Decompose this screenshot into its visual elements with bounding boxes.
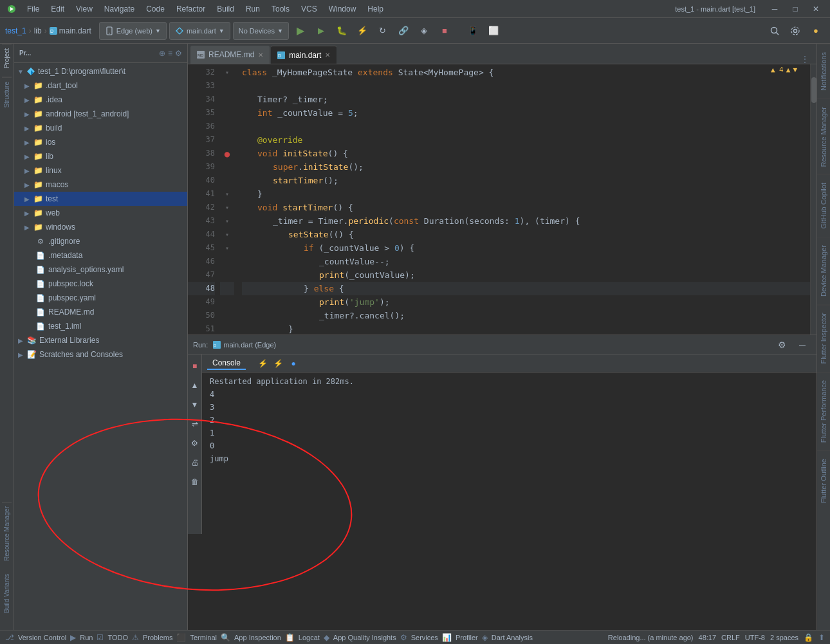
tree-dart-tool[interactable]: ▶ 📁 .dart_tool (14, 78, 187, 93)
tree-idea[interactable]: ▶ 📁 .idea (14, 93, 187, 107)
dart-config-btn[interactable]: main.dart ▼ (169, 22, 230, 40)
terminal-btn[interactable]: Terminal (190, 634, 217, 641)
reload-btn[interactable]: ↻ (374, 22, 392, 40)
console-icon3[interactable]: ● (287, 357, 300, 370)
editor-scrollbar[interactable] (810, 64, 816, 335)
tab-readme[interactable]: MD README.md ✕ (190, 46, 270, 64)
device-btn2[interactable]: ⬜ (484, 22, 503, 40)
print-btn[interactable]: 🖨 (188, 454, 204, 472)
coverage-btn[interactable]: ▶ (312, 22, 330, 40)
locate-icon[interactable]: ⊕ (159, 49, 165, 58)
tree-build[interactable]: ▶ 📁 build (14, 121, 187, 135)
scroll-down-btn[interactable]: ▼ (188, 396, 204, 414)
right-tab-device-manager[interactable]: Device Manager (817, 237, 830, 304)
menu-build[interactable]: Build (212, 3, 239, 15)
options-icon[interactable]: ⚙ (175, 49, 182, 58)
menu-navigate[interactable]: Navigate (99, 3, 140, 15)
run-button[interactable]: ▶ (291, 22, 309, 40)
settings-btn[interactable] (786, 22, 804, 40)
dart-analysis-btn[interactable]: Dart Analysis (492, 634, 533, 641)
tree-pubspec-yaml[interactable]: 📄 pubspec.yaml (14, 291, 187, 305)
hot-reload-icon[interactable]: ⚡ (256, 357, 269, 370)
todo-btn[interactable]: TODO (107, 634, 128, 641)
services-btn[interactable]: Services (411, 634, 438, 641)
profile-btn[interactable]: ⚡ (353, 22, 371, 40)
menu-run[interactable]: Run (241, 3, 265, 15)
right-tab-github-copilot[interactable]: GitHub Copilot (817, 174, 830, 237)
right-tab-flutter-inspector[interactable]: Flutter Inspector (817, 304, 830, 371)
fold-arrow-32[interactable]: ▾ (225, 69, 229, 76)
app-quality-btn[interactable]: App Quality Insights (333, 634, 396, 641)
tree-root[interactable]: ▼ test_1 D:\program\flutter\t (14, 64, 187, 78)
menu-vcs[interactable]: VCS (296, 3, 322, 15)
right-tab-flutter-outline[interactable]: Flutter Outline (817, 450, 830, 511)
profiler-btn[interactable]: Profiler (456, 634, 478, 641)
menu-edit[interactable]: Edit (46, 3, 69, 15)
editor-scroll-thumb[interactable] (811, 77, 816, 103)
console-tab[interactable]: Console (207, 357, 246, 370)
menu-tools[interactable]: Tools (266, 3, 295, 15)
right-tab-resource-manager[interactable]: Resource Manager (817, 98, 830, 175)
fold-arrow-43[interactable]: ▾ (225, 217, 229, 225)
breadcrumb-project[interactable]: test_1 (5, 26, 26, 35)
fold-arrow-42[interactable]: ▾ (225, 204, 229, 211)
menu-help[interactable]: Help (362, 3, 389, 15)
resource-manager-tab[interactable]: Resource Manager (2, 502, 12, 565)
project-tab[interactable]: Project (2, 44, 12, 72)
problems-btn[interactable]: Problems (143, 634, 172, 641)
tree-metadata[interactable]: 📄 .metadata (14, 248, 187, 262)
settings2-btn[interactable]: ⚙ (188, 434, 204, 452)
minimize-btn[interactable]: ─ (766, 0, 784, 18)
close-btn[interactable]: ✕ (807, 0, 825, 18)
menu-view[interactable]: View (71, 3, 98, 15)
fold-arrow-44[interactable]: ▾ (225, 231, 229, 238)
tree-pubspec-lock[interactable]: 📄 pubspec.lock (14, 277, 187, 291)
tree-web[interactable]: ▶ 📁 web (14, 206, 187, 220)
indent-setting[interactable]: 2 spaces (770, 634, 798, 641)
build-variants-tab[interactable]: Build Variants (2, 570, 12, 617)
right-tab-flutter-performance[interactable]: Flutter Performance (817, 372, 830, 450)
fold-arrow-41[interactable]: ▾ (225, 190, 229, 198)
trash-btn[interactable]: 🗑 (188, 473, 204, 491)
tree-ios[interactable]: ▶ 📁 ios (14, 135, 187, 149)
scroll-up-btn[interactable]: ▲ (188, 376, 204, 394)
tree-test[interactable]: ▶ 📁 test (14, 192, 187, 206)
breakpoint-38[interactable]: ● (225, 149, 230, 159)
structure-tab[interactable]: Structure (2, 77, 12, 112)
cursor-position[interactable]: 48:17 (699, 634, 717, 641)
app-inspection-btn[interactable]: App Inspection (234, 634, 281, 641)
search-everywhere-btn[interactable] (766, 22, 784, 40)
tree-windows[interactable]: ▶ 📁 windows (14, 220, 187, 234)
line-ending[interactable]: CRLF (721, 634, 740, 641)
run-status-btn[interactable]: Run (80, 634, 93, 641)
breadcrumb-lib[interactable]: lib (34, 26, 42, 35)
code-content[interactable]: class _MyHomePageState extends State<MyH… (234, 64, 810, 335)
tree-gitignore[interactable]: ⚙ .gitignore (14, 234, 187, 248)
tabs-more-btn[interactable]: ⋮ (796, 55, 814, 64)
tree-external-libs[interactable]: ▶ 📚 External Libraries (14, 333, 187, 347)
chevron-down-editor-icon[interactable]: ▼ (793, 66, 797, 74)
version-control-btn[interactable]: Version Control (18, 634, 66, 641)
tab-main-dart[interactable]: D main.dart ✕ (271, 46, 337, 64)
fold-arrow-45[interactable]: ▾ (225, 244, 229, 252)
tree-android[interactable]: ▶ 📁 android [test_1_android] (14, 107, 187, 121)
right-tab-notifications[interactable]: Notifications (817, 44, 830, 98)
flutter-icon-btn[interactable]: ◈ (415, 22, 433, 40)
run-settings-icon[interactable]: ⚙ (773, 336, 791, 354)
soft-wrap-btn[interactable]: ⇌ (188, 415, 204, 433)
attach-btn[interactable]: 🔗 (394, 22, 412, 40)
tree-linux[interactable]: ▶ 📁 linux (14, 163, 187, 178)
device-mirror-btn[interactable]: 📱 (464, 22, 482, 40)
collapse-icon[interactable]: ≡ (168, 49, 172, 58)
tree-iml[interactable]: 📄 test_1.iml (14, 319, 187, 333)
plugins-btn[interactable]: ● (807, 22, 825, 40)
run-stop-btn[interactable]: ■ (188, 357, 204, 375)
tree-scratches[interactable]: ▶ 📝 Scratches and Consoles (14, 347, 187, 362)
tree-analysis[interactable]: 📄 analysis_options.yaml (14, 262, 187, 277)
tree-lib[interactable]: ▶ 📁 lib (14, 149, 187, 163)
encoding[interactable]: UTF-8 (745, 634, 765, 641)
no-devices-btn[interactable]: No Devices ▼ (233, 22, 289, 40)
maximize-btn[interactable]: □ (786, 0, 804, 18)
edge-config-btn[interactable]: Edge (web) ▼ (99, 22, 167, 40)
tree-macos[interactable]: ▶ 📁 macos (14, 178, 187, 192)
